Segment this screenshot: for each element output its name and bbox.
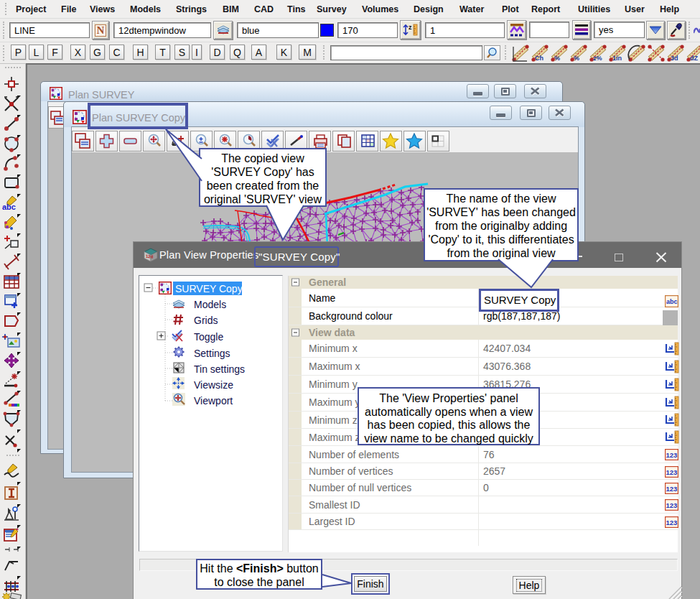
svg-text:Ch: Ch bbox=[535, 55, 543, 62]
svg-text:3d: 3d bbox=[671, 55, 678, 62]
svg-text:1in: 1in bbox=[612, 55, 622, 62]
svg-text:z%: z% bbox=[593, 55, 602, 62]
svg-text:%: % bbox=[574, 55, 579, 62]
svg-text:%: % bbox=[554, 55, 560, 62]
svg-text:dZ: dZ bbox=[690, 55, 698, 62]
svg-text:abc: abc bbox=[2, 203, 16, 211]
svg-text:z: z bbox=[409, 24, 412, 31]
